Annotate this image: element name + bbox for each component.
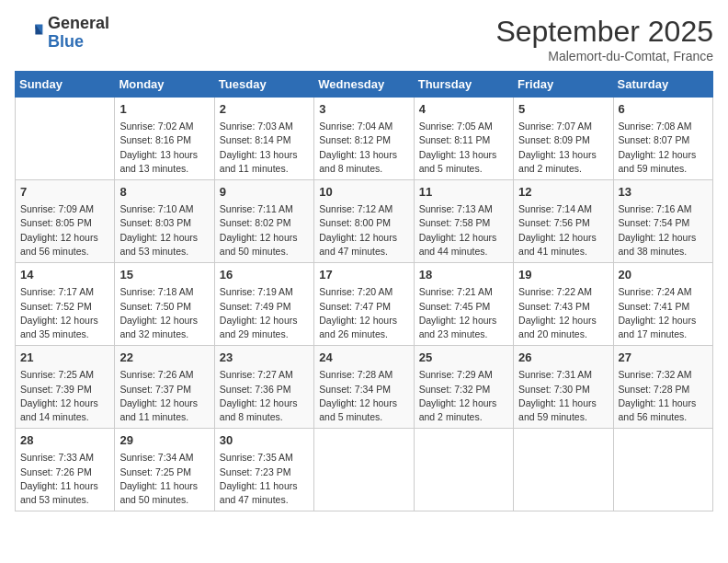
title-block: September 2025 Malemort-du-Comtat, Franc… (495, 15, 713, 63)
day-number: 7 (20, 184, 109, 201)
day-number: 3 (319, 101, 408, 118)
calendar-week-row: 21Sunrise: 7:25 AM Sunset: 7:39 PM Dayli… (16, 346, 713, 429)
day-info: Sunrise: 7:08 AM Sunset: 8:07 PM Dayligh… (619, 120, 708, 176)
day-info: Sunrise: 7:31 AM Sunset: 7:30 PM Dayligh… (518, 368, 608, 424)
location-text: Malemort-du-Comtat, France (495, 49, 713, 63)
day-info: Sunrise: 7:22 AM Sunset: 7:43 PM Dayligh… (518, 285, 608, 341)
weekday-header-row: SundayMondayTuesdayWednesdayThursdayFrid… (16, 72, 713, 98)
calendar-cell: 17Sunrise: 7:20 AM Sunset: 7:47 PM Dayli… (314, 263, 414, 346)
day-info: Sunrise: 7:24 AM Sunset: 7:41 PM Dayligh… (619, 285, 708, 341)
day-number: 20 (619, 267, 708, 283)
calendar-cell: 5Sunrise: 7:07 AM Sunset: 8:09 PM Daylig… (514, 98, 613, 180)
calendar-cell: 27Sunrise: 7:32 AM Sunset: 7:28 PM Dayli… (613, 346, 712, 429)
calendar-cell: 19Sunrise: 7:22 AM Sunset: 7:43 PM Dayli… (514, 263, 613, 346)
day-number: 4 (419, 101, 508, 118)
day-number: 23 (220, 350, 309, 366)
day-number: 21 (20, 350, 109, 366)
calendar-cell: 7Sunrise: 7:09 AM Sunset: 8:05 PM Daylig… (16, 180, 115, 263)
day-number: 12 (518, 184, 608, 201)
weekday-header: Saturday (613, 72, 712, 98)
day-number: 10 (319, 184, 408, 201)
calendar-cell (314, 429, 414, 511)
weekday-header: Wednesday (314, 72, 414, 98)
calendar-cell: 30Sunrise: 7:35 AM Sunset: 7:23 PM Dayli… (214, 429, 313, 511)
day-info: Sunrise: 7:16 AM Sunset: 7:54 PM Dayligh… (619, 202, 708, 259)
day-info: Sunrise: 7:13 AM Sunset: 7:58 PM Dayligh… (419, 202, 508, 259)
logo-icon (15, 18, 44, 48)
calendar-week-row: 7Sunrise: 7:09 AM Sunset: 8:05 PM Daylig… (16, 180, 713, 263)
calendar-cell: 1Sunrise: 7:02 AM Sunset: 8:16 PM Daylig… (115, 98, 214, 180)
day-info: Sunrise: 7:35 AM Sunset: 7:23 PM Dayligh… (220, 451, 309, 507)
calendar-cell: 12Sunrise: 7:14 AM Sunset: 7:56 PM Dayli… (514, 180, 613, 263)
day-number: 8 (119, 184, 209, 201)
calendar-cell (514, 429, 613, 511)
day-info: Sunrise: 7:18 AM Sunset: 7:50 PM Dayligh… (119, 285, 209, 341)
logo-blue-text: Blue (48, 33, 109, 52)
calendar-cell: 11Sunrise: 7:13 AM Sunset: 7:58 PM Dayli… (414, 180, 513, 263)
calendar-week-row: 14Sunrise: 7:17 AM Sunset: 7:52 PM Dayli… (16, 263, 713, 346)
day-info: Sunrise: 7:04 AM Sunset: 8:12 PM Dayligh… (319, 120, 408, 176)
day-number: 16 (220, 267, 309, 283)
day-info: Sunrise: 7:32 AM Sunset: 7:28 PM Dayligh… (619, 368, 708, 424)
day-number: 26 (518, 350, 608, 366)
day-number: 28 (20, 432, 109, 449)
day-info: Sunrise: 7:20 AM Sunset: 7:47 PM Dayligh… (319, 285, 408, 341)
day-info: Sunrise: 7:11 AM Sunset: 8:02 PM Dayligh… (220, 202, 309, 259)
day-info: Sunrise: 7:25 AM Sunset: 7:39 PM Dayligh… (20, 368, 109, 424)
day-info: Sunrise: 7:27 AM Sunset: 7:36 PM Dayligh… (220, 368, 309, 424)
logo-general-text: General (48, 15, 109, 33)
calendar-cell: 15Sunrise: 7:18 AM Sunset: 7:50 PM Dayli… (115, 263, 214, 346)
calendar-cell: 26Sunrise: 7:31 AM Sunset: 7:30 PM Dayli… (514, 346, 613, 429)
day-number: 25 (419, 350, 508, 366)
calendar-cell: 13Sunrise: 7:16 AM Sunset: 7:54 PM Dayli… (613, 180, 712, 263)
calendar-cell: 29Sunrise: 7:34 AM Sunset: 7:25 PM Dayli… (115, 429, 214, 511)
day-number: 30 (220, 432, 309, 449)
day-number: 9 (220, 184, 309, 201)
day-info: Sunrise: 7:34 AM Sunset: 7:25 PM Dayligh… (119, 451, 209, 507)
weekday-header: Sunday (16, 72, 115, 98)
day-info: Sunrise: 7:17 AM Sunset: 7:52 PM Dayligh… (20, 285, 109, 341)
day-info: Sunrise: 7:02 AM Sunset: 8:16 PM Dayligh… (119, 120, 209, 176)
calendar-cell: 23Sunrise: 7:27 AM Sunset: 7:36 PM Dayli… (214, 346, 313, 429)
day-info: Sunrise: 7:03 AM Sunset: 8:14 PM Dayligh… (220, 120, 309, 176)
calendar-cell: 6Sunrise: 7:08 AM Sunset: 8:07 PM Daylig… (613, 98, 712, 180)
day-number: 15 (119, 267, 209, 283)
calendar-week-row: 28Sunrise: 7:33 AM Sunset: 7:26 PM Dayli… (16, 429, 713, 511)
calendar-cell: 2Sunrise: 7:03 AM Sunset: 8:14 PM Daylig… (214, 98, 313, 180)
day-number: 19 (518, 267, 608, 283)
calendar-cell: 4Sunrise: 7:05 AM Sunset: 8:11 PM Daylig… (414, 98, 513, 180)
calendar-cell (414, 429, 513, 511)
day-info: Sunrise: 7:26 AM Sunset: 7:37 PM Dayligh… (119, 368, 209, 424)
day-info: Sunrise: 7:29 AM Sunset: 7:32 PM Dayligh… (419, 368, 508, 424)
page-header: General Blue September 2025 Malemort-du-… (15, 15, 713, 63)
calendar-cell: 28Sunrise: 7:33 AM Sunset: 7:26 PM Dayli… (16, 429, 115, 511)
calendar-cell: 14Sunrise: 7:17 AM Sunset: 7:52 PM Dayli… (16, 263, 115, 346)
day-number: 29 (119, 432, 209, 449)
day-info: Sunrise: 7:05 AM Sunset: 8:11 PM Dayligh… (419, 120, 508, 176)
day-info: Sunrise: 7:09 AM Sunset: 8:05 PM Dayligh… (20, 202, 109, 259)
calendar-cell: 18Sunrise: 7:21 AM Sunset: 7:45 PM Dayli… (414, 263, 513, 346)
calendar-cell: 22Sunrise: 7:26 AM Sunset: 7:37 PM Dayli… (115, 346, 214, 429)
day-info: Sunrise: 7:19 AM Sunset: 7:49 PM Dayligh… (220, 285, 309, 341)
calendar-cell: 20Sunrise: 7:24 AM Sunset: 7:41 PM Dayli… (613, 263, 712, 346)
day-info: Sunrise: 7:12 AM Sunset: 8:00 PM Dayligh… (319, 202, 408, 259)
weekday-header: Tuesday (214, 72, 313, 98)
day-info: Sunrise: 7:21 AM Sunset: 7:45 PM Dayligh… (419, 285, 508, 341)
calendar-cell (16, 98, 115, 180)
day-number: 6 (619, 101, 708, 118)
day-info: Sunrise: 7:07 AM Sunset: 8:09 PM Dayligh… (518, 120, 608, 176)
day-info: Sunrise: 7:28 AM Sunset: 7:34 PM Dayligh… (319, 368, 408, 424)
day-number: 2 (220, 101, 309, 118)
logo: General Blue (15, 15, 109, 52)
calendar-week-row: 1Sunrise: 7:02 AM Sunset: 8:16 PM Daylig… (16, 98, 713, 180)
day-number: 11 (419, 184, 508, 201)
weekday-header: Friday (514, 72, 613, 98)
calendar-cell: 8Sunrise: 7:10 AM Sunset: 8:03 PM Daylig… (115, 180, 214, 263)
calendar-cell (613, 429, 712, 511)
weekday-header: Monday (115, 72, 214, 98)
day-number: 22 (119, 350, 209, 366)
calendar-cell: 21Sunrise: 7:25 AM Sunset: 7:39 PM Dayli… (16, 346, 115, 429)
month-title: September 2025 (495, 15, 713, 49)
day-number: 14 (20, 267, 109, 283)
day-info: Sunrise: 7:14 AM Sunset: 7:56 PM Dayligh… (518, 202, 608, 259)
